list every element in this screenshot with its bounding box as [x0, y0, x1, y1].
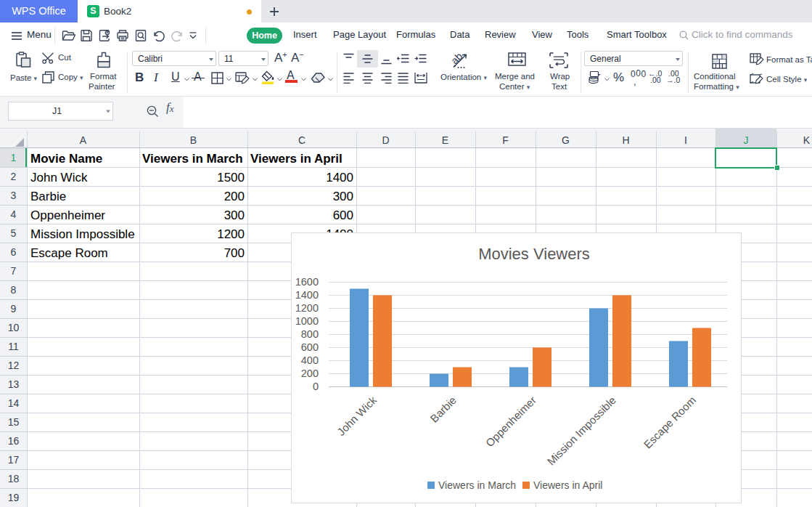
svg-text:Viewers in March: Viewers in March [438, 479, 516, 491]
svg-text:1000: 1000 [295, 315, 319, 327]
svg-text:John Wick: John Wick [335, 394, 379, 438]
svg-text:800: 800 [301, 328, 319, 340]
svg-text:Barbie: Barbie [427, 394, 459, 425]
svg-text:Viewers in April: Viewers in April [533, 479, 602, 491]
svg-text:Oppenheimer: Oppenheimer [483, 394, 538, 449]
svg-text:200: 200 [301, 368, 319, 379]
svg-text:Escape Room: Escape Room [641, 394, 698, 451]
svg-text:Movies Viewers: Movies Viewers [478, 245, 590, 263]
svg-text:1600: 1600 [295, 276, 319, 288]
svg-text:1200: 1200 [295, 302, 319, 314]
svg-text:Mission Impossible: Mission Impossible [544, 394, 618, 468]
svg-text:400: 400 [301, 354, 319, 366]
svg-text:600: 600 [301, 341, 319, 353]
svg-text:1400: 1400 [295, 289, 319, 301]
svg-text:0: 0 [313, 381, 319, 392]
